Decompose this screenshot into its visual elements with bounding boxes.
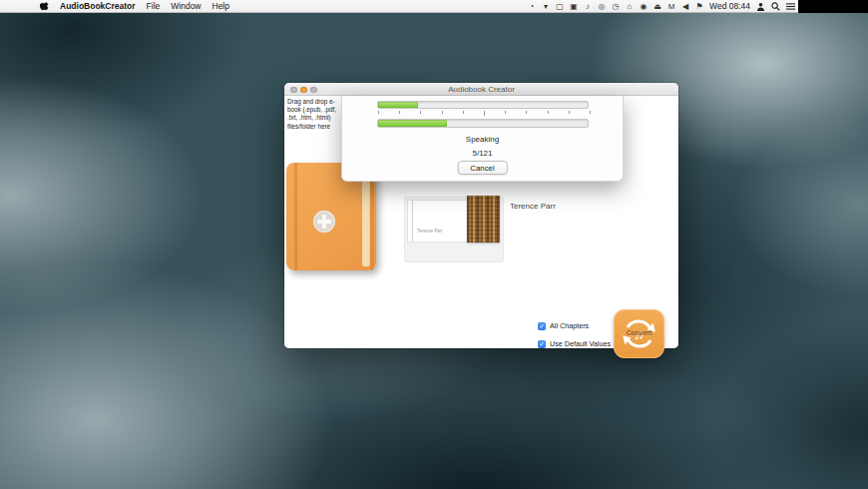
convert-button[interactable]: ♫ Convert xyxy=(614,309,664,358)
volume-icon[interactable]: ◀ xyxy=(681,0,689,13)
tick-mark xyxy=(505,111,506,114)
menu-file[interactable]: File xyxy=(147,1,161,11)
tick-mark xyxy=(420,111,421,114)
window-title: Audiobook Creator xyxy=(284,85,678,94)
menu-window[interactable]: Window xyxy=(171,1,201,11)
tick-mark xyxy=(526,111,527,114)
app-window: Audiobook Creator Drag and drop e-book (… xyxy=(284,83,678,348)
sound-note-icon[interactable]: ♪ xyxy=(584,0,592,13)
use-defaults-checkbox[interactable]: ✓ xyxy=(538,340,546,348)
status-icons: ◔▾▢▣♪◎◷⌂◉⏏M◀⚑ xyxy=(528,0,703,13)
tick-mark xyxy=(463,111,464,114)
all-chapters-checkbox[interactable]: ✓ xyxy=(538,322,546,330)
play-circle-icon[interactable]: ◉ xyxy=(640,0,648,13)
all-chapters-option[interactable]: ✓ All Chapters xyxy=(538,321,589,330)
tick-mark xyxy=(378,111,379,114)
window-titlebar[interactable]: Audiobook Creator xyxy=(284,83,678,96)
menu-clock[interactable]: Wed 08:44 xyxy=(709,1,750,11)
desktop: AudioBookCreator File Window Help ◔▾▢▣♪◎… xyxy=(0,0,868,489)
clock-icon[interactable]: ◷ xyxy=(612,0,620,13)
status-label: Speaking xyxy=(342,135,623,144)
book-cover-image xyxy=(467,196,500,243)
tick-mark xyxy=(590,111,591,114)
progress-sheet: Speaking 5/121 Cancel xyxy=(341,96,624,182)
tick-mark xyxy=(548,111,549,114)
spotlight-search-icon[interactable] xyxy=(771,2,780,11)
download-icon[interactable]: ▾ xyxy=(542,0,550,13)
speaking-progress-fill xyxy=(378,120,447,127)
menu-bar: AudioBookCreator File Window Help ◔▾▢▣♪◎… xyxy=(0,0,798,13)
book-author-label: Terence Parr xyxy=(510,202,556,211)
menu-app-name[interactable]: AudioBookCreator xyxy=(60,1,136,11)
menu-help[interactable]: Help xyxy=(213,1,229,11)
folder-pages xyxy=(362,167,370,266)
eject-icon[interactable]: ⏏ xyxy=(653,0,661,13)
home-icon[interactable]: ⌂ xyxy=(626,0,634,13)
use-defaults-label: Use Default Values xyxy=(550,339,611,348)
overall-progress-bar xyxy=(377,101,589,109)
book-thumbnail-panel[interactable]: Terence Parr xyxy=(404,197,504,262)
overall-progress-fill xyxy=(378,102,418,108)
binoculars-icon[interactable]: M xyxy=(667,0,675,13)
dropzone-text[interactable]: Drag and drop e-book (.epub, .pdf, .txt,… xyxy=(287,98,343,131)
folder-spine xyxy=(294,163,297,270)
convert-button-label: Convert xyxy=(614,329,664,336)
plus-icon xyxy=(313,211,335,233)
screenshot-icon[interactable]: ▣ xyxy=(570,0,578,13)
cover-spine-line xyxy=(412,201,413,242)
progress-ticks xyxy=(378,111,590,116)
bluetooth-icon[interactable]: ◎ xyxy=(598,0,606,13)
apple-menu-icon[interactable] xyxy=(40,1,49,11)
cover-author-text: Terence Parr xyxy=(417,229,443,234)
book-cover-preview: Terence Parr xyxy=(407,200,468,243)
tick-mark xyxy=(484,111,485,116)
input-flag-icon[interactable]: ⚑ xyxy=(695,0,703,13)
tick-mark xyxy=(442,111,443,114)
tick-mark xyxy=(399,111,400,114)
all-chapters-label: All Chapters xyxy=(550,321,589,330)
user-menu-icon[interactable] xyxy=(756,2,765,11)
menu-bar-black-gap xyxy=(798,0,868,13)
cancel-button[interactable]: Cancel xyxy=(457,161,507,175)
tick-mark xyxy=(569,111,570,114)
notification-center-icon[interactable] xyxy=(786,2,795,11)
use-defaults-option[interactable]: ✓ Use Default Values xyxy=(538,339,611,348)
speaking-progress-bar xyxy=(377,119,589,128)
displays-icon[interactable]: ▢ xyxy=(556,0,564,13)
progress-count: 5/121 xyxy=(342,149,623,158)
time-machine-icon[interactable]: ◔ xyxy=(528,0,536,13)
